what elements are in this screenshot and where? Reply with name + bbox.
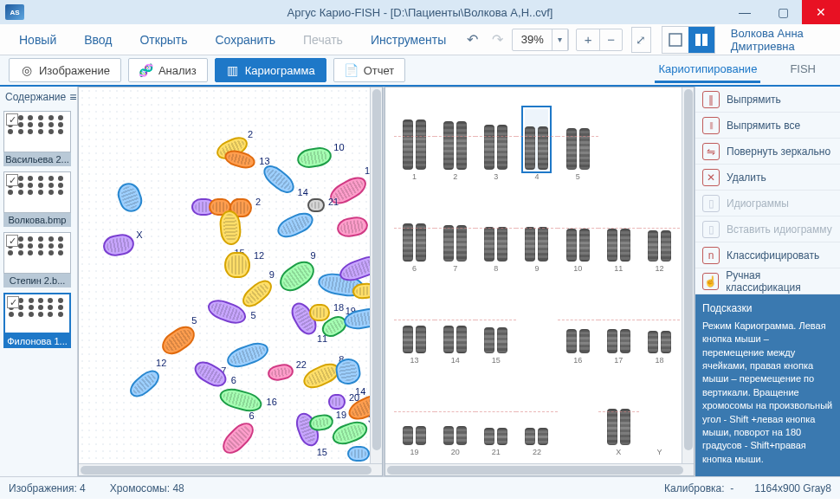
- karyogram-cell[interactable]: 7: [436, 186, 474, 273]
- karyogram-cell[interactable]: X: [600, 370, 637, 456]
- karyogram-cell[interactable]: 8: [477, 186, 514, 273]
- vscrollbar-left[interactable]: [370, 87, 382, 463]
- thumbnail-item[interactable]: ✓Филонова 1...: [3, 293, 71, 348]
- tab-karyogram[interactable]: ▥Кариограмма: [215, 58, 326, 82]
- karyogram-cell[interactable]: 4: [518, 94, 555, 181]
- svg-rect-2: [702, 34, 708, 46]
- karyogram-icon: ▥: [226, 63, 240, 77]
- sidetab-fish[interactable]: FISH: [786, 57, 819, 83]
- image-panel: 21310141311121517421X1291187895111819317…: [78, 87, 383, 476]
- chromosome[interactable]: 9: [275, 256, 320, 297]
- layout-split-button[interactable]: [688, 27, 714, 53]
- karyogram-cell[interactable]: 19: [396, 370, 433, 456]
- chromosome[interactable]: X: [101, 232, 136, 258]
- karyogram-cell[interactable]: 12: [641, 186, 678, 273]
- hscrollbar-left[interactable]: [79, 463, 382, 475]
- karyogram-cell[interactable]: 10: [559, 186, 597, 273]
- karyogram-cell[interactable]: 16: [559, 278, 597, 365]
- layout-single-button[interactable]: [662, 27, 688, 53]
- menu-tools[interactable]: Инструменты: [359, 29, 458, 50]
- tab-analysis[interactable]: 🧬Анализ: [128, 58, 208, 82]
- karyogram-cell[interactable]: 3: [477, 94, 514, 181]
- vscrollbar-right[interactable]: [682, 87, 694, 463]
- chromosome[interactable]: 17: [274, 209, 316, 242]
- chromosome[interactable]: 12: [126, 365, 163, 401]
- karyogram-cell[interactable]: 15: [477, 278, 514, 365]
- chromosome[interactable]: 19: [308, 413, 335, 433]
- karyogram-cell[interactable]: 13: [396, 278, 433, 365]
- zoom-dropdown[interactable]: ▾: [552, 29, 568, 50]
- menu-new[interactable]: Новый: [7, 29, 68, 50]
- chromosome[interactable]: 7: [224, 339, 272, 372]
- karyogram-cell[interactable]: 6: [396, 186, 433, 273]
- close-button[interactable]: ✕: [802, 0, 840, 24]
- karyogram-canvas[interactable]: 12345678910111213141516171819202122XY: [385, 87, 694, 463]
- chromosome-label: 12: [254, 250, 264, 261]
- chromosome[interactable]: 22: [267, 363, 295, 383]
- tab-image[interactable]: ◎Изображение: [9, 58, 121, 82]
- minimize-button[interactable]: —: [726, 0, 764, 24]
- karyogram-cell[interactable]: 5: [559, 94, 597, 181]
- menu-entry[interactable]: Ввод: [72, 29, 124, 50]
- karyogram-cell[interactable]: 21: [477, 370, 514, 456]
- chromosome[interactable]: 21: [307, 198, 325, 212]
- chromosome[interactable]: 4: [335, 215, 369, 239]
- hamburger-icon[interactable]: ≡: [69, 90, 76, 104]
- karyogram-cell[interactable]: 22: [518, 370, 555, 456]
- chromosome-label: 5: [191, 315, 197, 326]
- chromosome[interactable]: 10: [295, 145, 333, 171]
- chromosome[interactable]: 6: [191, 357, 230, 391]
- chromosome[interactable]: 20: [328, 394, 346, 410]
- chromosome[interactable]: X: [347, 446, 370, 462]
- tool-button[interactable]: ⇋Повернуть зеркально: [695, 139, 840, 165]
- status-dimensions: 1164x900 Gray8: [754, 482, 831, 494]
- tool-button[interactable]: ✕Удалить: [695, 165, 840, 191]
- chromosome[interactable]: 12: [224, 252, 250, 278]
- karyogram-cell[interactable]: 2: [436, 94, 474, 181]
- chromosome[interactable]: 5: [158, 321, 199, 359]
- karyogram-cell[interactable]: 9: [518, 186, 555, 273]
- chromosome[interactable]: [114, 180, 145, 216]
- chromosome[interactable]: 14: [259, 161, 298, 197]
- chromosome[interactable]: 9: [238, 275, 275, 311]
- chromosome[interactable]: 18: [309, 304, 330, 321]
- tab-report[interactable]: 📄Отчет: [333, 58, 406, 82]
- thumbnail-item[interactable]: ✓Степин 2.b...: [3, 232, 71, 288]
- tool-button[interactable]: ⦀Выпрямить все: [695, 113, 840, 139]
- thumbnail-item[interactable]: ✓Волкова.bmp: [3, 171, 71, 227]
- karyogram-cell-label: 5: [576, 172, 580, 181]
- image-canvas[interactable]: 21310141311121517421X1291187895111819317…: [79, 87, 382, 463]
- zoom-in-button[interactable]: +: [577, 29, 599, 50]
- zoom-value[interactable]: 39%: [513, 29, 552, 50]
- chromosome[interactable]: 6: [218, 418, 259, 459]
- chromosome[interactable]: 13: [223, 148, 256, 171]
- karyogram-cell[interactable]: [518, 278, 555, 365]
- fit-button[interactable]: ⤢: [631, 27, 650, 53]
- sidetab-karyotyping[interactable]: Кариотипирование: [655, 57, 760, 83]
- thumbnail-caption: Филонова 1...: [3, 334, 71, 348]
- karyogram-cell[interactable]: [559, 370, 597, 456]
- tool-button[interactable]: ☝Ручная классификация: [695, 268, 840, 294]
- menu-open[interactable]: Открыть: [127, 29, 199, 50]
- karyogram-cell[interactable]: 20: [436, 370, 474, 456]
- karyogram-cell[interactable]: 18: [641, 278, 678, 365]
- maximize-button[interactable]: ▢: [764, 0, 802, 24]
- undo-button[interactable]: ↶: [464, 29, 481, 51]
- tool-button[interactable]: ‖Выпрямить: [695, 87, 840, 113]
- karyogram-cell[interactable]: 14: [436, 278, 474, 365]
- karyogram-cell[interactable]: Y: [641, 370, 678, 456]
- chromosome[interactable]: 14: [334, 357, 363, 386]
- thumbnail-item[interactable]: ✓Васильева 2...: [3, 111, 71, 166]
- karyogram-cell[interactable]: [641, 94, 678, 181]
- karyogram-cell[interactable]: 17: [600, 278, 637, 365]
- menu-save[interactable]: Сохранить: [203, 29, 288, 50]
- hscrollbar-right[interactable]: [385, 463, 694, 475]
- zoom-out-button[interactable]: −: [599, 29, 622, 50]
- tool-icon: n: [702, 247, 720, 264]
- karyogram-cell[interactable]: 1: [396, 94, 433, 181]
- karyogram-cell[interactable]: [600, 94, 637, 181]
- chromosome[interactable]: 3: [330, 417, 371, 448]
- karyogram-cell[interactable]: 11: [600, 186, 637, 273]
- chromosome[interactable]: 16: [217, 385, 264, 415]
- tool-button[interactable]: nКлассифицировать: [695, 242, 840, 268]
